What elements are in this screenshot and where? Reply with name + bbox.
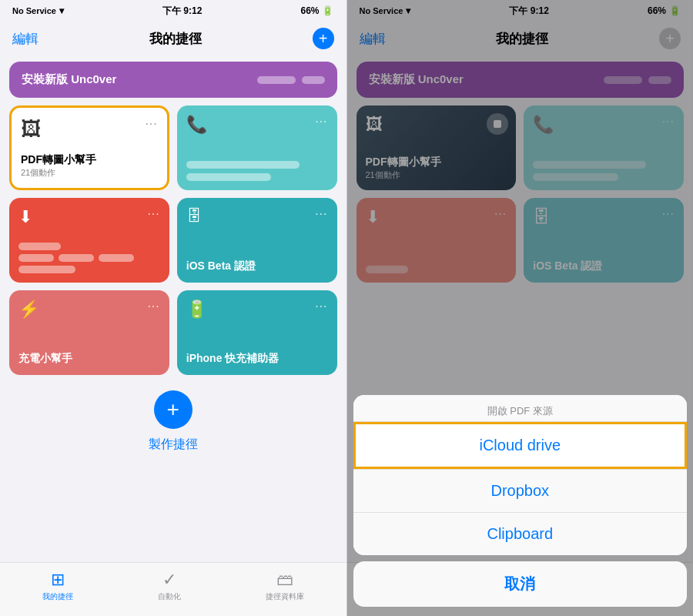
action-sheet-icloud[interactable]: iCloud drive: [353, 422, 688, 469]
pdf-card-subtitle: 21個動作: [21, 167, 158, 179]
right-battery-text: 66%: [648, 5, 666, 16]
tab-automation[interactable]: ✓ 自動化: [158, 570, 181, 602]
pdf-card-dots[interactable]: ···: [145, 117, 157, 131]
download-card-top: ⬇ ···: [18, 207, 160, 227]
right-dl-icon: ⬇: [366, 207, 380, 227]
charge-icon: ⚡: [18, 300, 39, 320]
left-edit-button[interactable]: 編輯: [12, 30, 38, 48]
right-pdf-icon: 🖼: [366, 115, 383, 135]
pdf-card-title: PDF轉圖小幫手: [21, 153, 158, 167]
pdf-card[interactable]: 🖼 ··· PDF轉圖小幫手 21個動作: [9, 105, 169, 190]
ios-beta-card[interactable]: 🗄 ··· iOS Beta 認證: [177, 198, 337, 283]
right-ios-title: iOS Beta 認證: [533, 259, 675, 273]
right-phone-dots: ···: [662, 115, 675, 129]
left-page-title: 我的捷徑: [149, 30, 202, 48]
right-ios-bottom: iOS Beta 認證: [533, 256, 675, 273]
ios-beta-card-top: 🗄 ···: [186, 207, 328, 225]
right-install-unc0ver-card: 安裝新版 Unc0ver: [357, 62, 685, 98]
download-card[interactable]: ⬇ ···: [9, 198, 169, 283]
action-sheet-cancel[interactable]: 取消: [353, 561, 688, 607]
download-card-dots[interactable]: ···: [147, 207, 159, 221]
ios-beta-icon: 🗄: [186, 207, 202, 225]
right-phone-icon: 📞: [533, 115, 554, 135]
right-nav-bar: 編輯 我的捷徑 +: [347, 22, 694, 55]
clipboard-label: Clipboard: [487, 525, 553, 542]
make-shortcut-section[interactable]: + 製作捷徑: [9, 375, 337, 468]
ios-beta-card-bottom: iOS Beta 認證: [186, 256, 328, 273]
right-dl-top: ⬇ ···: [366, 207, 507, 227]
automation-label: 自動化: [158, 591, 181, 602]
wide-blur-bar-2: [302, 76, 325, 84]
pdf-icon: 🖼: [21, 117, 41, 141]
library-icon: 🗃: [276, 570, 293, 590]
icloud-label: iCloud drive: [479, 437, 561, 454]
right-pdf-card: 🖼 PDF轉圖小幫手 21個動作: [357, 105, 517, 190]
fast-charge-card-dots[interactable]: ···: [315, 300, 327, 313]
right-time: 下午 9:12: [509, 5, 548, 18]
install-unc0ver-card[interactable]: 安裝新版 Unc0ver: [9, 62, 337, 98]
right-phone-card: 📞 ···: [524, 105, 684, 190]
wide-blur-bar-1: [257, 76, 296, 84]
right-dl-dots: ···: [494, 207, 507, 221]
charge-card[interactable]: ⚡ ··· 充電小幫手: [9, 290, 169, 375]
tab-library[interactable]: 🗃 捷徑資料庫: [266, 570, 304, 602]
ios-beta-card-dots[interactable]: ···: [315, 207, 327, 221]
right-status-left: No Service ▾: [360, 5, 411, 16]
pdf-card-bottom: PDF轉圖小幫手 21個動作: [21, 150, 158, 179]
charge-card-top: ⚡ ···: [18, 300, 160, 320]
action-sheet-container: 開啟 PDF 來源 iCloud drive Dropbox Clipboard…: [347, 395, 694, 616]
right-edit-button[interactable]: 編輯: [360, 30, 386, 48]
charge-card-dots[interactable]: ···: [147, 300, 159, 313]
wide-card-title: 安裝新版 Unc0ver: [22, 72, 116, 87]
tab-my-shortcuts[interactable]: ⊞ 我的捷徑: [42, 570, 73, 602]
right-ios-beta-card: 🗄 ··· iOS Beta 認證: [524, 198, 684, 283]
right-phone-panel: No Service ▾ 下午 9:12 66% 🔋 編輯 我的捷徑 + 安裝新…: [347, 0, 694, 616]
stop-square: [494, 120, 501, 128]
right-shortcuts-grid: 🖼 PDF轉圖小幫手 21個動作 📞 ···: [357, 105, 685, 283]
right-wide-card-title: 安裝新版 Unc0ver: [369, 72, 464, 87]
phone-blur-2: [186, 173, 271, 181]
charge-card-bottom: 充電小幫手: [18, 349, 160, 366]
left-nav-bar: 編輯 我的捷徑 +: [0, 22, 346, 55]
right-battery-icon: 🔋: [669, 5, 681, 16]
action-sheet-clipboard[interactable]: Clipboard: [353, 513, 688, 555]
phone-card-bottom: [186, 156, 328, 181]
pdf-card-top: 🖼 ···: [21, 117, 158, 141]
right-pdf-card-subtitle: 21個動作: [366, 169, 507, 181]
fast-charge-icon: 🔋: [186, 300, 207, 320]
left-status-right: 66% 🔋: [300, 5, 333, 16]
left-add-button[interactable]: +: [313, 28, 334, 49]
action-sheet-title: 開啟 PDF 來源: [353, 395, 688, 421]
action-sheet-dropbox[interactable]: Dropbox: [353, 470, 688, 512]
left-status-bar: No Service ▾ 下午 9:12 66% 🔋: [0, 0, 346, 22]
cancel-label: 取消: [504, 575, 535, 592]
fast-charge-card[interactable]: 🔋 ··· iPhone 快充補助器: [177, 290, 337, 375]
phone-card[interactable]: 📞 ···: [177, 105, 337, 190]
right-pdf-card-bottom: PDF轉圖小幫手 21個動作: [366, 152, 507, 181]
right-page-title: 我的捷徑: [496, 30, 548, 48]
download-card-bottom: [18, 232, 160, 273]
right-pdf-card-title: PDF轉圖小幫手: [366, 156, 507, 169]
right-phone-blur-2: [533, 173, 618, 181]
dl-blur-1: [18, 243, 61, 250]
right-status-right: 66% 🔋: [648, 5, 681, 16]
dl-blur-2: [18, 254, 54, 262]
my-shortcuts-label: 我的捷徑: [42, 591, 73, 602]
wifi-icon: ▾: [59, 5, 64, 16]
signal-icon: No Service: [12, 6, 56, 15]
left-tab-bar: ⊞ 我的捷徑 ✓ 自動化 🗃 捷徑資料庫: [0, 562, 346, 616]
my-shortcuts-icon: ⊞: [51, 570, 65, 590]
right-wide-card-right: [604, 76, 671, 84]
left-battery-icon: 🔋: [322, 5, 333, 16]
phone-card-top: 📞 ···: [186, 115, 328, 135]
right-dl-blur: [366, 266, 408, 273]
dl-blur-3: [59, 254, 94, 262]
ios-beta-card-title: iOS Beta 認證: [186, 259, 328, 273]
right-wifi-icon: ▾: [406, 5, 410, 16]
right-phone-card-bottom: [533, 156, 675, 181]
right-add-button: +: [659, 28, 681, 49]
right-phone-card-top: 📞 ···: [533, 115, 675, 135]
fast-charge-card-top: 🔋 ···: [186, 300, 328, 320]
phone-card-dots[interactable]: ···: [315, 115, 327, 129]
right-wide-blur-2: [648, 76, 671, 84]
